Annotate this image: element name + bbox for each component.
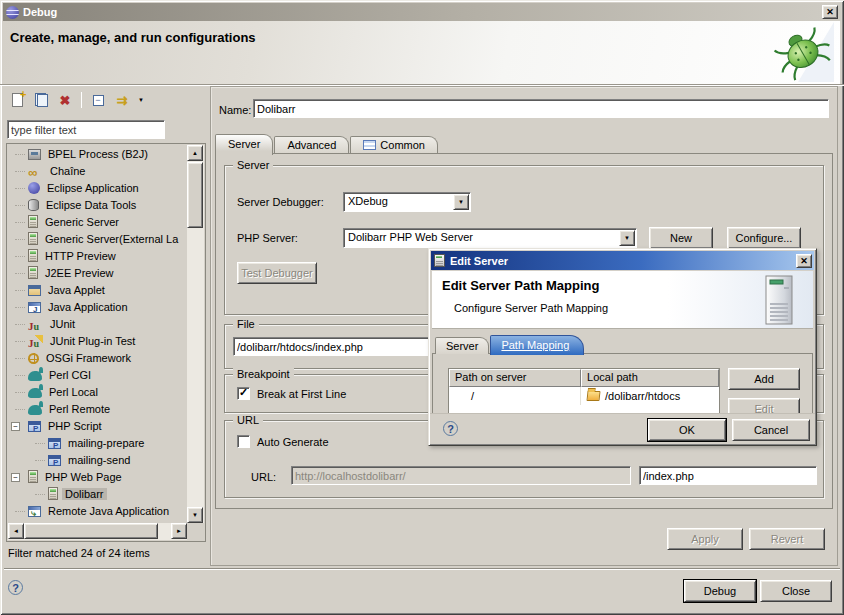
filter-input[interactable]	[7, 120, 165, 139]
tree-item[interactable]: − Perl CGI	[8, 367, 187, 384]
configure-server-button[interactable]: Configure...	[727, 227, 801, 249]
dialog-close-button[interactable]: ✕	[796, 254, 812, 268]
window-close-button[interactable]: ✕	[822, 5, 838, 19]
dialog-tabs: Server Path Mapping	[432, 334, 585, 354]
tree-item[interactable]: − mailing-prepare	[8, 435, 187, 452]
dialog-tab-server[interactable]: Server	[435, 337, 489, 354]
tree-vertical-scrollbar[interactable]: ▲ ▼	[187, 145, 204, 523]
apply-button[interactable]: Apply	[667, 528, 743, 550]
folder-icon	[586, 391, 600, 401]
server-tower-icon	[759, 273, 799, 327]
chevron-down-icon[interactable]: ▼	[619, 230, 635, 246]
server-debugger-select[interactable]: XDebug ▼	[343, 192, 471, 212]
tree-item[interactable]: − JUnit	[8, 316, 187, 333]
dialog-tab-path-mapping[interactable]: Path Mapping	[490, 335, 584, 355]
tree-item[interactable]: − J2EE Preview	[8, 265, 187, 282]
tab-common[interactable]: Common	[350, 136, 438, 154]
tree-item[interactable]: − Java Application	[8, 299, 187, 316]
dialog-help-button[interactable]: ?	[443, 421, 458, 436]
bug-icon	[770, 22, 834, 82]
scroll-right-button[interactable]: ►	[171, 523, 187, 539]
column-local-path[interactable]: Local path	[581, 369, 719, 387]
new-configuration-button[interactable]	[6, 90, 28, 110]
scrollbar-corner	[187, 523, 204, 540]
php-file-icon	[48, 455, 61, 466]
edit-server-dialog: Edit Server ✕ Edit Server Path Mapping C…	[428, 248, 817, 446]
delete-configuration-button[interactable]: ✖	[54, 90, 76, 110]
column-path-on-server[interactable]: Path on server	[449, 369, 581, 387]
perl-icon	[28, 405, 42, 415]
tree-item[interactable]: − mailing-send	[8, 452, 187, 469]
help-button[interactable]: ?	[8, 580, 23, 595]
dialog-titlebar[interactable]: Edit Server ✕	[431, 251, 814, 270]
new-server-button[interactable]: New	[649, 227, 713, 249]
filter-button[interactable]: ⇉	[111, 90, 133, 110]
tree-item[interactable]: − Dolibarr	[8, 486, 187, 503]
scroll-down-button[interactable]: ▼	[187, 507, 203, 523]
scroll-left-button[interactable]: ◄	[8, 523, 24, 539]
tree-item[interactable]: − Generic Server(External La	[8, 231, 187, 248]
php-server-select[interactable]: Dolibarr PHP Web Server ▼	[343, 228, 637, 248]
tree-item[interactable]: − Eclipse Data Tools	[8, 197, 187, 214]
tree-item[interactable]: − PHP Web Page	[8, 469, 187, 486]
tree-item[interactable]: − Remote Java Application	[8, 503, 187, 520]
collapse-all-icon: −	[93, 95, 104, 106]
duplicate-configuration-button[interactable]	[30, 90, 52, 110]
applet-icon	[28, 285, 41, 296]
filter-menu-button[interactable]: ▼	[135, 90, 147, 110]
database-icon	[28, 199, 39, 211]
remote-java-icon	[28, 506, 41, 517]
debug-button[interactable]: Debug	[684, 580, 756, 602]
close-button[interactable]: Close	[760, 580, 832, 602]
path-mapping-row[interactable]: / /dolibarr/htdocs	[449, 387, 719, 405]
cancel-button[interactable]: Cancel	[732, 419, 810, 441]
tree-item[interactable]: − OSGi Framework	[8, 350, 187, 367]
name-input[interactable]	[253, 99, 829, 118]
tree-item[interactable]: − Generic Server	[8, 214, 187, 231]
junit-plugin-icon	[28, 335, 43, 348]
dialog-heading: Edit Server Path Mapping	[442, 278, 599, 293]
revert-button[interactable]: Revert	[749, 528, 825, 550]
horizontal-scroll-thumb[interactable]	[24, 523, 158, 539]
tab-server[interactable]: Server	[215, 134, 273, 155]
tree-item[interactable]: − BPEL Process (B2J)	[8, 146, 187, 163]
php-web-icon	[48, 487, 58, 500]
tree-item[interactable]: − Perl Remote	[8, 401, 187, 418]
url-label: URL:	[251, 471, 276, 483]
toolbar-separator	[81, 92, 82, 108]
chevron-down-icon[interactable]: ▼	[453, 194, 469, 210]
tree-item[interactable]: − Eclipse Application	[8, 180, 187, 197]
window-titlebar[interactable]: Debug ✕	[3, 3, 841, 21]
tree-item[interactable]: − JUnit Plug-in Test	[8, 333, 187, 350]
auto-generate-checkbox[interactable]	[237, 435, 250, 448]
config-tabs: Server Advanced Common	[215, 133, 439, 154]
test-debugger-button[interactable]: Test Debugger	[237, 262, 317, 284]
debug-window: Debug ✕ Create, manage, and run configur…	[0, 0, 844, 615]
chevron-down-icon: ▼	[138, 97, 144, 103]
php-web-icon	[28, 470, 38, 483]
scroll-up-button[interactable]: ▲	[187, 145, 203, 161]
url-path-input[interactable]	[639, 466, 817, 485]
server-icon	[28, 232, 38, 245]
php-server-label: PHP Server:	[237, 232, 298, 244]
tree-item[interactable]: − PHP Script	[8, 418, 187, 435]
server-icon	[28, 266, 38, 279]
tree-item[interactable]: − Java Applet	[8, 282, 187, 299]
expander-icon[interactable]: −	[11, 422, 20, 431]
tree-item[interactable]: − Chaîne	[8, 163, 187, 180]
tab-advanced[interactable]: Advanced	[274, 136, 349, 154]
break-at-first-line-checkbox[interactable]: ✓	[237, 387, 250, 400]
new-page-icon	[12, 93, 23, 107]
tree-item[interactable]: − Perl Local	[8, 384, 187, 401]
bpel-icon	[28, 149, 41, 160]
ok-button[interactable]: OK	[648, 419, 726, 441]
tree-item[interactable]: − HTTP Preview	[8, 248, 187, 265]
auto-generate-label: Auto Generate	[257, 436, 329, 448]
add-mapping-button[interactable]: Add	[728, 368, 800, 390]
collapse-all-button[interactable]: −	[87, 90, 109, 110]
vertical-scroll-thumb[interactable]	[187, 162, 203, 228]
tree-horizontal-scrollbar[interactable]: ◄ ►	[8, 523, 187, 540]
duplicate-pages-icon	[35, 93, 48, 107]
chain-icon	[28, 165, 43, 178]
expander-icon[interactable]: −	[11, 473, 20, 482]
